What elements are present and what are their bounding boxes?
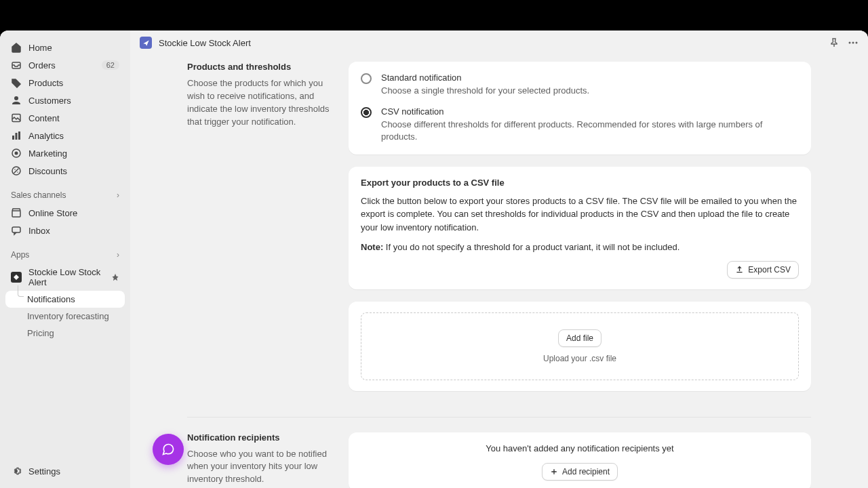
nav-label: Settings: [28, 466, 60, 476]
svg-point-13: [852, 42, 854, 44]
nav-discounts[interactable]: Discounts: [5, 162, 125, 180]
chat-icon: [11, 225, 22, 236]
nav-online-store[interactable]: Online Store: [5, 204, 125, 222]
export-csv-card: Export your products to a CSV file Click…: [349, 167, 811, 289]
nav-orders[interactable]: Orders 62: [5, 56, 125, 74]
top-bar: Stockie Low Stock Alert: [130, 30, 868, 55]
radio-icon: [361, 73, 372, 84]
upload-hint: Upload your .csv file: [378, 354, 782, 363]
radio-icon: [361, 107, 372, 118]
nav-label: Products: [28, 78, 63, 88]
nav-settings[interactable]: Settings: [5, 462, 125, 480]
nav-home[interactable]: Home: [5, 39, 125, 56]
app-logo-icon: [140, 37, 152, 49]
nav-label: Online Store: [28, 208, 77, 218]
apps-header[interactable]: Apps ›: [5, 246, 125, 264]
upload-icon: [735, 265, 744, 274]
section-heading: Products and thresholds: [187, 62, 335, 72]
nav-marketing[interactable]: Marketing: [5, 144, 125, 162]
main-area: Stockie Low Stock Alert Products and thr…: [130, 30, 868, 488]
notification-type-card: Standard notification Choose a single th…: [349, 62, 811, 155]
content-scroll[interactable]: Products and thresholds Choose the produ…: [130, 55, 868, 488]
app-icon: [11, 272, 22, 283]
more-button[interactable]: [848, 37, 859, 48]
orders-badge: 62: [102, 60, 119, 70]
tag-icon: [11, 77, 22, 88]
nav-label: Orders: [28, 60, 56, 70]
upload-dropzone[interactable]: Add file Upload your .csv file: [361, 312, 799, 380]
recipients-card: You haven't added any notification recip…: [349, 432, 811, 488]
nav-analytics[interactable]: Analytics: [5, 127, 125, 144]
nav-label: Stockie Low Stock Alert: [28, 267, 104, 287]
svg-rect-9: [12, 211, 20, 217]
recipients-empty-text: You haven't added any notification recip…: [361, 443, 799, 453]
nav-content[interactable]: Content: [5, 109, 125, 127]
svg-point-7: [15, 152, 18, 155]
radio-desc: Choose a single threshold for your selec…: [381, 85, 589, 97]
nav-sub-notifications[interactable]: Notifications: [5, 291, 125, 308]
plus-icon: [550, 468, 558, 476]
nav-label: Content: [28, 113, 60, 123]
image-icon: [11, 113, 22, 123]
sidebar: Home Orders 62 Products Customers Conten…: [0, 30, 130, 488]
svg-rect-10: [12, 227, 20, 232]
divider: [187, 417, 811, 418]
store-icon: [11, 207, 22, 218]
add-recipient-button[interactable]: Add recipient: [542, 463, 618, 481]
home-icon: [11, 42, 22, 53]
pin-button[interactable]: [829, 37, 840, 48]
radio-csv-notification[interactable]: CSV notification Choose different thresh…: [361, 106, 799, 143]
svg-point-1: [14, 96, 18, 100]
nav-label: Home: [28, 43, 52, 53]
export-body: Click the button below to export your st…: [361, 195, 799, 235]
chevron-right-icon: ›: [117, 190, 119, 200]
export-csv-button[interactable]: Export CSV: [727, 261, 799, 279]
nav-sub-pricing[interactable]: Pricing: [5, 325, 125, 342]
section-desc: Choose the products for which you wish t…: [187, 77, 335, 128]
pin-icon[interactable]: [111, 273, 119, 281]
analytics-icon: [11, 130, 22, 141]
person-icon: [11, 95, 22, 106]
nav-label: Discounts: [28, 166, 67, 176]
section-heading: Notification recipients: [187, 432, 335, 443]
nav-products[interactable]: Products: [5, 74, 125, 92]
svg-point-12: [849, 42, 851, 44]
nav-inbox[interactable]: Inbox: [5, 222, 125, 239]
radio-standard-notification[interactable]: Standard notification Choose a single th…: [361, 73, 799, 97]
gear-icon: [11, 466, 22, 476]
upload-card: Add file Upload your .csv file: [349, 302, 811, 391]
svg-rect-3: [12, 136, 14, 140]
radio-label: CSV notification: [381, 106, 799, 117]
svg-point-14: [856, 42, 858, 44]
chat-icon: [161, 443, 175, 456]
section-desc: Choose who you want to be notified when …: [187, 448, 335, 487]
svg-rect-5: [18, 131, 20, 140]
nav-label: Customers: [28, 96, 71, 106]
nav-label: Analytics: [28, 131, 64, 141]
sales-channels-header[interactable]: Sales channels ›: [5, 186, 125, 204]
page-title: Stockie Low Stock Alert: [159, 38, 251, 48]
inbox-icon: [11, 60, 22, 70]
export-heading: Export your products to a CSV file: [361, 178, 799, 188]
help-fab[interactable]: [153, 434, 184, 465]
radio-desc: Choose different thresholds for differen…: [381, 119, 799, 143]
target-icon: [11, 148, 22, 159]
nav-sub-inventory-forecasting[interactable]: Inventory forecasting: [5, 308, 125, 325]
nav-label: Inbox: [28, 226, 50, 236]
nav-label: Marketing: [28, 148, 67, 159]
svg-rect-4: [16, 133, 18, 140]
export-note: Note: If you do not specify a threshold …: [361, 241, 799, 254]
add-file-button[interactable]: Add file: [558, 329, 601, 347]
radio-label: Standard notification: [381, 73, 589, 83]
nav-customers[interactable]: Customers: [5, 92, 125, 109]
chevron-right-icon: ›: [117, 250, 119, 260]
discount-icon: [11, 165, 22, 176]
